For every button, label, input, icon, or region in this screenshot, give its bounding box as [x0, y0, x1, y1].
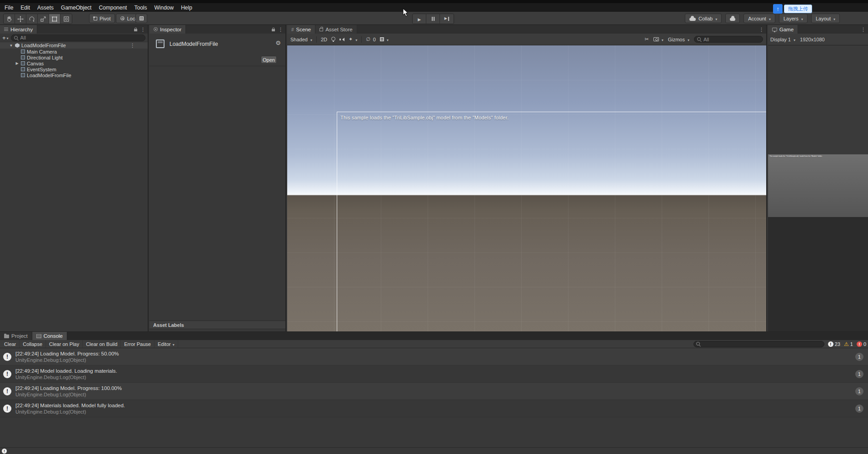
- console-search-input[interactable]: [693, 341, 824, 347]
- scale-tool-button[interactable]: [38, 14, 49, 24]
- upload-button[interactable]: 拖拽上传: [784, 5, 812, 13]
- clear-on-build-button[interactable]: Clear on Build: [83, 340, 121, 348]
- rotate-tool-button[interactable]: [26, 14, 38, 24]
- menu-component[interactable]: Component: [95, 4, 130, 11]
- gizmos-dropdown[interactable]: Gizmos: [668, 37, 689, 42]
- scene-viewport[interactable]: This sample loads the "TriLibSample.obj"…: [287, 45, 766, 331]
- tab-game[interactable]: Game: [768, 25, 798, 34]
- gameobject-icon: [21, 73, 25, 77]
- asset-labels-header[interactable]: Asset Labels: [150, 321, 285, 329]
- gameobject-icon: [21, 49, 25, 54]
- search-icon: [14, 36, 18, 40]
- grid-visibility-dropdown[interactable]: [380, 37, 389, 42]
- rect-tool-button[interactable]: [49, 14, 60, 24]
- pivot-toggle-button[interactable]: Pivot: [89, 14, 115, 23]
- effects-dropdown[interactable]: [349, 36, 357, 42]
- hierarchy-scene-root[interactable]: ▼ LoadModelFromFile: [0, 42, 148, 49]
- hierarchy-panel: Hierarchy All ▼ LoadModelFromFile Main C…: [0, 25, 149, 331]
- scene-toolbar-right: Gizmos All: [644, 36, 763, 43]
- console-log-entry[interactable]: [22:49:24] Loading Model. Progress: 50.0…: [0, 348, 868, 365]
- panel-menu-icon[interactable]: [278, 26, 283, 33]
- toggle-2d-button[interactable]: 2D: [321, 37, 327, 42]
- messages-filter-toggle[interactable]: 23: [828, 341, 840, 347]
- hierarchy-item-loadmodelfromfile[interactable]: LoadModelFromFile: [0, 72, 148, 78]
- game-render-area[interactable]: This sample loads the "TriLibSample.obj"…: [768, 154, 868, 217]
- tool-settings-icon[interactable]: [644, 36, 649, 42]
- tab-scene[interactable]: Scene: [287, 25, 315, 34]
- clear-on-play-button[interactable]: Clear on Play: [46, 340, 83, 348]
- pause-button[interactable]: [426, 14, 440, 24]
- hierarchy-item-eventsystem[interactable]: EventSystem: [0, 66, 148, 72]
- gear-icon[interactable]: [275, 39, 281, 46]
- pause-icon: [431, 17, 435, 21]
- tab-console[interactable]: Console: [32, 332, 67, 340]
- hierarchy-search-input[interactable]: All: [11, 35, 145, 41]
- tab-project[interactable]: Project: [0, 332, 32, 340]
- hierarchy-item-directional-light[interactable]: Directional Light: [0, 54, 148, 60]
- menu-help[interactable]: Help: [177, 4, 196, 11]
- resolution-dropdown[interactable]: 1920x1080: [800, 37, 824, 42]
- audio-toggle-icon[interactable]: [339, 37, 344, 42]
- move-tool-button[interactable]: [15, 14, 26, 24]
- warnings-filter-toggle[interactable]: 1: [844, 341, 853, 347]
- collapse-button[interactable]: Collapse: [20, 340, 46, 348]
- panel-menu-icon[interactable]: [861, 26, 866, 33]
- cloud-services-button[interactable]: [725, 14, 740, 23]
- scene-options-icon[interactable]: [130, 43, 135, 49]
- scene-search-input[interactable]: All: [694, 36, 763, 43]
- menu-tools[interactable]: Tools: [130, 4, 150, 11]
- lighting-toggle-icon[interactable]: [331, 37, 335, 42]
- collab-dropdown[interactable]: Collab: [685, 14, 722, 23]
- menu-edit[interactable]: Edit: [17, 4, 34, 11]
- hidden-objects-button[interactable]: 0: [366, 36, 376, 42]
- play-button[interactable]: [413, 14, 426, 24]
- editor-dropdown[interactable]: Editor: [155, 340, 178, 348]
- hierarchy-toolbar: All: [0, 34, 148, 42]
- log-line-2: UnityEngine.Debug:Log(Object): [15, 357, 119, 363]
- transform-tool-group: [3, 14, 72, 24]
- camera-settings-dropdown[interactable]: [653, 37, 663, 42]
- tab-asset-store[interactable]: Asset Store: [315, 25, 357, 34]
- foldout-open-icon[interactable]: ▼: [9, 44, 13, 48]
- pivot-label: Pivot: [100, 16, 110, 21]
- layers-dropdown[interactable]: Layers: [779, 14, 808, 23]
- scene-tabstrip: Scene Asset Store: [287, 25, 766, 34]
- clear-button[interactable]: Clear: [1, 340, 20, 348]
- console-log-entry[interactable]: [22:49:24] Materials loaded. Model fully…: [0, 400, 868, 417]
- error-pause-button[interactable]: Error Pause: [121, 340, 155, 348]
- status-log-icon[interactable]: [2, 449, 7, 454]
- account-dropdown[interactable]: Account: [743, 14, 775, 23]
- hand-tool-button[interactable]: [4, 14, 15, 24]
- hierarchy-item-canvas[interactable]: ▶ Canvas: [0, 60, 148, 66]
- inspector-panel: Inspector LoadModelFromFile Open Asset L…: [150, 25, 286, 331]
- shading-mode-dropdown[interactable]: Shaded: [290, 37, 312, 42]
- hierarchy-item-main-camera[interactable]: Main Camera: [0, 49, 148, 54]
- hand-tool-icon: [6, 16, 12, 22]
- asset-store-tab-label: Asset Store: [325, 27, 352, 32]
- tab-inspector[interactable]: Inspector: [150, 25, 186, 34]
- errors-filter-toggle[interactable]: 0: [857, 341, 866, 347]
- console-log-entry[interactable]: [22:49:24] Model loaded. Loading materia…: [0, 365, 868, 383]
- lock-icon[interactable]: [134, 29, 137, 31]
- console-log-entry[interactable]: [22:49:24] Loading Model. Progress: 100.…: [0, 383, 868, 400]
- panel-menu-icon[interactable]: [759, 26, 764, 33]
- menu-gameobject[interactable]: GameObject: [57, 4, 95, 11]
- layout-dropdown[interactable]: Layout: [811, 14, 840, 23]
- lock-icon[interactable]: [272, 29, 275, 31]
- log-text: [22:49:24] Model loaded. Loading materia…: [15, 368, 117, 380]
- message-count: 23: [835, 341, 840, 347]
- upload-icon[interactable]: ↑: [773, 4, 783, 14]
- log-line-2: UnityEngine.Debug:Log(Object): [15, 409, 125, 415]
- menu-window[interactable]: Window: [150, 4, 177, 11]
- grid-snap-button[interactable]: [135, 14, 147, 23]
- step-button[interactable]: [440, 14, 454, 24]
- transform-tool-button[interactable]: [60, 14, 72, 24]
- display-dropdown[interactable]: Display 1: [770, 37, 795, 42]
- menu-file[interactable]: File: [1, 4, 17, 11]
- create-object-button[interactable]: [2, 35, 9, 41]
- tab-hierarchy[interactable]: Hierarchy: [0, 25, 37, 34]
- open-button[interactable]: Open: [261, 56, 277, 64]
- foldout-closed-icon[interactable]: ▶: [15, 61, 19, 65]
- panel-menu-icon[interactable]: [140, 26, 145, 33]
- menu-assets[interactable]: Assets: [34, 4, 57, 11]
